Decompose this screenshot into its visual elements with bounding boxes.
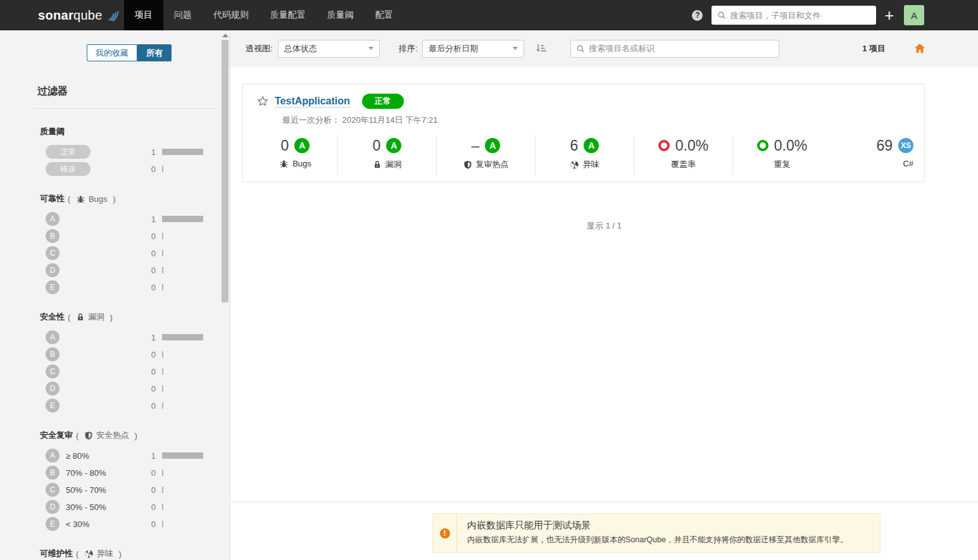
facet-option[interactable]: B0 <box>40 347 203 361</box>
facet-option[interactable]: C0 <box>40 246 203 260</box>
facet-title-text: 安全复审 <box>40 430 73 441</box>
facet-option[interactable]: D30% - 50%0 <box>40 500 203 514</box>
language-label: C# <box>903 159 913 168</box>
facet-option[interactable]: E0 <box>40 399 203 413</box>
rating-letter-badge: D <box>46 382 60 395</box>
facet-option[interactable]: 错误0 <box>40 162 203 176</box>
metric-label: 异味 <box>570 159 599 170</box>
perspective-select[interactable]: 总体状态 <box>278 40 380 58</box>
sonarqube-logo[interactable]: sonarqube <box>38 8 119 23</box>
avatar[interactable]: A <box>904 5 924 25</box>
rating-letter-badge: C <box>46 483 60 497</box>
global-search-input[interactable] <box>730 11 870 20</box>
facet-option[interactable]: A1 <box>40 212 203 226</box>
facet-option[interactable]: A1 <box>40 330 203 344</box>
divider <box>34 108 215 109</box>
rating-letter-badge: D <box>46 263 60 277</box>
nav-item-2[interactable]: 问题 <box>163 0 203 30</box>
facet-option[interactable]: C0 <box>40 364 203 378</box>
rating-letter-badge: E <box>46 280 60 294</box>
sonarqube-waves-icon <box>104 7 119 22</box>
nav-item-6[interactable]: 配置 <box>365 0 404 30</box>
facet-bar <box>162 504 203 510</box>
metric-value: 0.0% <box>675 137 708 154</box>
facet-bar <box>162 149 203 155</box>
facet-bar <box>162 216 203 222</box>
search-icon <box>717 11 726 20</box>
nav-item-1[interactable]: 项目 <box>124 0 163 30</box>
project-metrics: 0ABugs0A漏洞–A复审热点6A异味0.0%覆盖率0.0%重复69XSC# <box>253 135 914 175</box>
scrollbar-thumb[interactable] <box>222 40 229 302</box>
facet-option[interactable]: B0 <box>40 229 203 243</box>
facet-title-extra: ( 安全热点 ) <box>76 430 137 441</box>
facet-title: 安全性( 漏洞 ) <box>40 311 203 323</box>
metric-value-row: 69XS <box>876 137 913 154</box>
facet-option[interactable]: D0 <box>40 263 203 277</box>
ring-icon <box>658 140 670 151</box>
facet-bar <box>162 470 203 476</box>
metric-复审热点: –A复审热点 <box>436 135 535 175</box>
favorite-star-icon[interactable] <box>257 96 268 107</box>
project-card: TestApplication 正常 最近一次分析： 2020年11月14日 下… <box>242 84 925 182</box>
rating-letter-badge: A <box>46 449 60 463</box>
rating-letter-badge: C <box>46 246 60 260</box>
nav-item-4[interactable]: 质量配置 <box>260 0 317 30</box>
main-area: 透视图: 总体状态 排序: 最后分析日期 1 项目 <box>230 30 978 560</box>
rating-badge[interactable]: A <box>386 138 401 153</box>
help-icon[interactable]: ? <box>692 10 703 21</box>
facet-count: 0 <box>151 502 156 512</box>
lock-icon <box>76 313 85 321</box>
home-icon[interactable] <box>915 44 925 53</box>
rating-letter-badge: A <box>46 330 60 344</box>
codesmell-icon <box>84 549 94 559</box>
rating-badge[interactable]: A <box>584 138 599 153</box>
all-projects-button[interactable]: 所有 <box>137 44 172 61</box>
facet-option[interactable]: C50% - 70%0 <box>40 483 203 497</box>
sort-select[interactable]: 最后分析日期 <box>422 40 524 58</box>
metric-重复: 0.0%重复 <box>732 135 831 175</box>
embedded-db-warning: ! 内嵌数据库只能用于测试场景 内嵌数据库无法扩展，也无法升级到新版本的Sona… <box>432 513 881 553</box>
facet-title: 质量阈 <box>40 126 203 137</box>
facet-option[interactable]: D0 <box>40 382 203 395</box>
facet-option[interactable]: A≥ 80%1 <box>40 449 203 463</box>
facet-option[interactable]: 正常1 <box>40 145 203 159</box>
facet-option[interactable]: B70% - 80%0 <box>40 466 203 480</box>
sort-direction-icon[interactable] <box>536 43 546 54</box>
page-footer: ! 内嵌数据库只能用于测试场景 内嵌数据库无法扩展，也无法升级到新版本的Sona… <box>230 502 978 560</box>
rating-letter-badge: D <box>46 500 60 514</box>
my-favorites-button[interactable]: 我的收藏 <box>87 44 137 61</box>
metric-c-: 69XSC# <box>876 135 914 173</box>
facet-bar <box>162 351 203 358</box>
metric-漏洞: 0A漏洞 <box>337 135 436 175</box>
rating-letter-badge: B <box>46 229 60 243</box>
metric-异味: 6A异味 <box>535 135 634 175</box>
facet-section-3: 安全性( 漏洞 )A1B0C0D0E0 <box>40 311 203 413</box>
metric-value: – <box>472 137 480 154</box>
facet-title: 安全复审( 安全热点 ) <box>40 430 203 441</box>
rating-badge[interactable]: A <box>485 138 500 153</box>
facet-option[interactable]: E< 30%0 <box>40 517 203 531</box>
chevron-down-icon <box>513 47 518 50</box>
scroll-up-icon[interactable] <box>222 34 229 37</box>
gate-status-pill: 错误 <box>46 162 91 176</box>
metric-label-text: 重复 <box>774 159 791 170</box>
metric-label-text: 覆盖率 <box>671 159 696 170</box>
facet-count: 1 <box>151 451 156 461</box>
navbar-right: ? + A <box>692 0 924 30</box>
metric-覆盖率: 0.0%覆盖率 <box>634 135 732 175</box>
project-search-input[interactable] <box>589 44 774 53</box>
facet-title: 可靠性( Bugs ) <box>40 193 203 204</box>
sidebar-scrollbar <box>222 32 229 559</box>
rating-badge[interactable]: A <box>294 138 310 153</box>
rating-letter-badge: B <box>46 466 60 480</box>
facet-option[interactable]: E0 <box>40 280 203 294</box>
nav-item-5[interactable]: 质量阈 <box>317 0 365 30</box>
nav-item-3[interactable]: 代码规则 <box>203 0 260 30</box>
metric-bugs: 0ABugs <box>253 135 337 173</box>
facet-title-extra: ( 异味 ) <box>76 548 122 559</box>
facet-bar <box>162 166 203 172</box>
project-name-link[interactable]: TestApplication <box>275 96 350 108</box>
plus-icon[interactable]: + <box>884 8 894 23</box>
last-analysis-text: 最近一次分析： 2020年11月14日 下午7:21 <box>282 115 914 126</box>
quality-gate-badge: 正常 <box>362 94 404 109</box>
